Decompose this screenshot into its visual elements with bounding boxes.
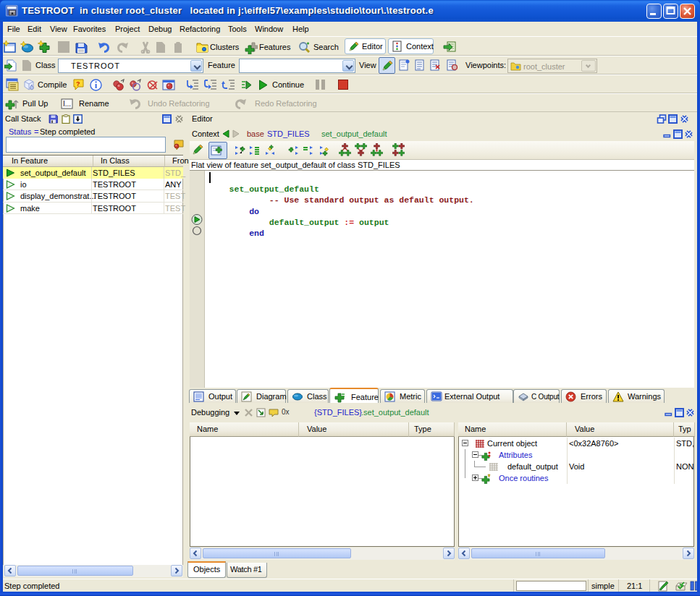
svg-text:I...: I... <box>63 100 71 108</box>
svg-text:?: ? <box>76 80 80 88</box>
